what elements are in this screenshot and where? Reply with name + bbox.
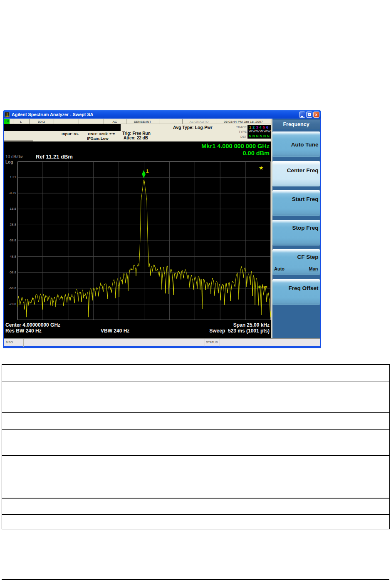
svg-text:NORM: NORM — [258, 285, 267, 288]
svg-text:1: 1 — [146, 169, 149, 174]
svg-text:★: ★ — [259, 165, 264, 171]
